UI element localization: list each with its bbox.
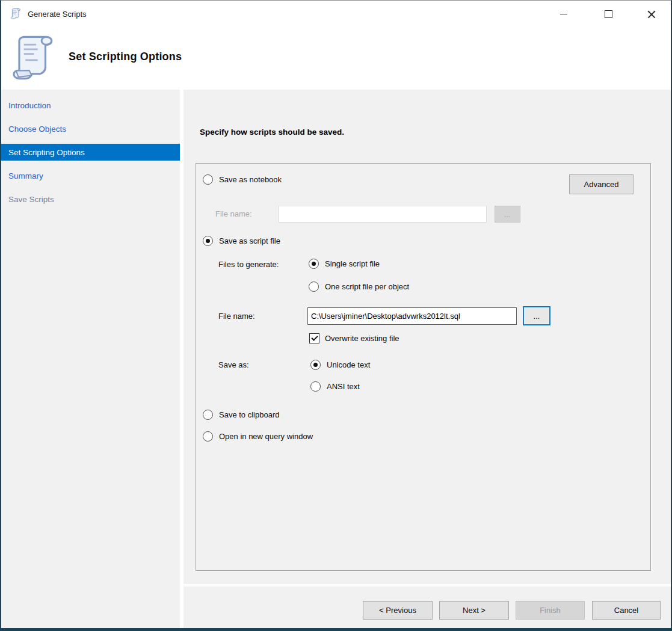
- maximize-icon: [605, 10, 612, 18]
- sidebar-item-choose-objects[interactable]: Choose Objects: [1, 120, 180, 137]
- ansi-text-label[interactable]: ANSI text: [327, 382, 360, 391]
- advanced-button[interactable]: Advanced: [569, 174, 633, 194]
- open-in-new-query-window-radio[interactable]: [203, 431, 213, 442]
- maximize-button[interactable]: [594, 1, 622, 28]
- save-to-clipboard-label[interactable]: Save to clipboard: [219, 410, 279, 419]
- window-title: Generate Scripts: [28, 1, 87, 28]
- unicode-text-label[interactable]: Unicode text: [327, 360, 370, 369]
- notebook-browse-button: ...: [495, 206, 520, 223]
- notebook-file-name-input: [279, 206, 487, 223]
- file-name-label: File name:: [218, 312, 255, 321]
- wizard-steps-sidebar: Introduction Choose Objects Set Scriptin…: [1, 90, 180, 628]
- unicode-text-radio[interactable]: [310, 360, 321, 370]
- next-button[interactable]: Next >: [439, 601, 509, 620]
- close-button[interactable]: [638, 1, 665, 28]
- single-script-file-radio[interactable]: [309, 259, 319, 269]
- wizard-header: Set Scripting Options: [1, 28, 671, 90]
- footer-divider: [183, 584, 671, 586]
- close-icon: [647, 10, 656, 19]
- notebook-file-name-label: File name:: [215, 209, 252, 218]
- ansi-text-radio[interactable]: [310, 381, 321, 392]
- title-bar: Generate Scripts: [1, 1, 671, 28]
- browse-button[interactable]: ...: [523, 306, 550, 325]
- script-scroll-icon-large: [8, 31, 58, 84]
- page-title: Set Scripting Options: [69, 51, 182, 63]
- finish-button: Finish: [516, 601, 585, 620]
- file-name-input[interactable]: [307, 307, 517, 325]
- generate-scripts-window: Generate Scripts Set Scripting Options I…: [0, 0, 672, 631]
- page-instruction: Specify how scripts should be saved.: [200, 128, 344, 137]
- single-script-file-label[interactable]: Single script file: [325, 259, 380, 268]
- minimize-icon: [560, 14, 567, 14]
- save-as-notebook-label[interactable]: Save as notebook: [219, 175, 282, 184]
- overwrite-existing-file-checkbox[interactable]: [309, 333, 319, 343]
- cancel-button[interactable]: Cancel: [592, 601, 661, 620]
- sidebar-item-summary[interactable]: Summary: [1, 167, 180, 184]
- save-as-label: Save as:: [218, 360, 249, 369]
- open-in-new-query-window-label[interactable]: Open in new query window: [219, 432, 313, 441]
- save-to-clipboard-radio[interactable]: [203, 410, 213, 420]
- save-as-script-file-label[interactable]: Save as script file: [219, 236, 280, 245]
- main-content: ? Help Specify how scripts should be sav…: [183, 90, 671, 628]
- one-script-file-per-object-radio[interactable]: [309, 282, 319, 292]
- script-scroll-icon: [10, 8, 22, 20]
- save-as-script-file-radio[interactable]: [203, 236, 213, 246]
- sidebar-item-save-scripts[interactable]: Save Scripts: [1, 191, 180, 208]
- save-options-group: Save as notebook Advanced File name: ...…: [196, 163, 651, 571]
- minimize-button[interactable]: [550, 1, 578, 28]
- sidebar-item-introduction[interactable]: Introduction: [1, 97, 180, 114]
- files-to-generate-label: Files to generate:: [218, 260, 279, 269]
- save-as-notebook-radio[interactable]: [203, 174, 213, 185]
- overwrite-existing-file-label[interactable]: Overwrite existing file: [325, 334, 399, 343]
- one-script-file-per-object-label[interactable]: One script file per object: [325, 282, 409, 291]
- previous-button[interactable]: < Previous: [363, 601, 433, 620]
- sidebar-item-set-scripting-options[interactable]: Set Scripting Options: [1, 144, 180, 161]
